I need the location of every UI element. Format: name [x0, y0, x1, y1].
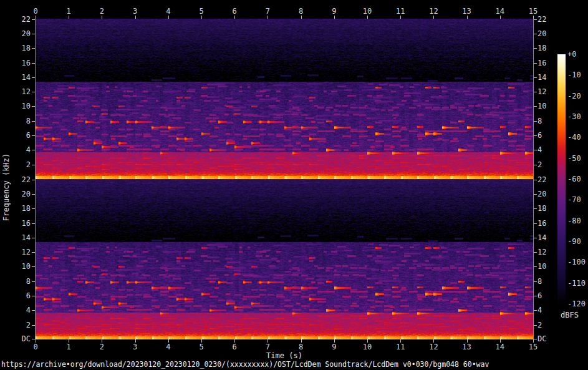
colorbar-tick-label: -40	[567, 133, 588, 142]
freq-tick-label: 20	[11, 29, 31, 38]
freq-tick	[534, 252, 537, 253]
freq-tick	[534, 223, 537, 224]
time-tick-label: 9	[326, 7, 342, 16]
freq-tick-label: 22	[11, 15, 31, 24]
time-tick-label: 8	[293, 7, 309, 16]
freq-tick-label: 14	[11, 73, 31, 82]
freq-tick-label: 12	[537, 87, 557, 96]
time-tick	[367, 16, 368, 19]
freq-tick	[32, 150, 35, 150]
colorbar-tick-label: -120	[567, 299, 588, 308]
freq-tick	[32, 296, 35, 296]
freq-tick	[534, 165, 537, 165]
time-tick-label: 5	[193, 343, 210, 351]
time-tick-label: 14	[492, 343, 508, 351]
freq-tick	[534, 106, 537, 107]
freq-tick-label: 14	[11, 233, 31, 242]
freq-tick-label: 18	[11, 204, 31, 213]
freq-tick	[32, 48, 35, 49]
freq-tick	[32, 19, 35, 20]
colorbar-tick-label: -90	[567, 237, 588, 246]
freq-tick	[534, 180, 537, 180]
spectrogram-canvas	[36, 19, 533, 339]
time-tick-label: 4	[160, 7, 176, 16]
freq-tick-label: 10	[11, 102, 31, 110]
freq-tick	[32, 325, 35, 326]
colorbar-tick-label: +0	[567, 50, 588, 59]
y-axis-line-left	[35, 19, 36, 339]
freq-tick	[534, 34, 537, 34]
colorbar-tick-label: -70	[567, 195, 588, 204]
colorbar-tick-label: -60	[567, 175, 588, 183]
colorbar-tick-label: -20	[567, 92, 588, 100]
freq-tick	[534, 48, 537, 49]
freq-tick-label: 20	[11, 190, 31, 198]
time-tick	[533, 16, 534, 19]
colorbar	[557, 54, 566, 304]
freq-tick-label: 16	[11, 219, 31, 228]
time-tick	[467, 16, 468, 19]
freq-tick	[534, 135, 537, 136]
time-tick-label: 1	[60, 343, 77, 351]
freq-tick	[534, 92, 537, 92]
time-tick	[301, 16, 302, 19]
time-tick-label: 6	[226, 343, 243, 351]
freq-tick-label: 6	[11, 291, 31, 300]
freq-tick	[32, 121, 35, 122]
time-tick	[201, 16, 202, 19]
freq-tick-label: 2	[537, 160, 557, 169]
time-tick	[334, 16, 335, 19]
time-tick	[69, 16, 69, 19]
freq-tick-label: 4	[537, 145, 557, 154]
freq-tick-label: 4	[11, 145, 31, 154]
freq-tick	[534, 238, 537, 238]
freq-tick	[32, 238, 35, 238]
freq-tick	[32, 252, 35, 253]
freq-tick-label: 10	[537, 262, 557, 271]
freq-tick-label: 16	[537, 219, 557, 228]
time-tick	[135, 16, 136, 19]
colorbar-tick-label: -30	[567, 112, 588, 121]
time-tick-label: 11	[392, 343, 408, 351]
time-tick	[168, 16, 169, 19]
freq-tick	[534, 121, 537, 122]
time-tick-label: 12	[425, 343, 441, 351]
freq-tick-label: 6	[537, 291, 557, 300]
time-tick-label: 12	[425, 7, 441, 16]
time-tick	[433, 16, 434, 19]
colorbar-tick-label: -100	[567, 258, 588, 266]
time-tick-label: 10	[359, 343, 375, 351]
freq-tick	[32, 339, 35, 339]
freq-tick-label: 18	[11, 44, 31, 52]
time-tick-label: 3	[127, 7, 143, 16]
freq-tick-label: 22	[537, 175, 557, 184]
freq-tick	[32, 208, 35, 209]
freq-tick-label: 6	[11, 131, 31, 140]
freq-tick-label: 22	[537, 15, 557, 24]
freq-tick	[534, 77, 537, 78]
time-tick	[102, 16, 102, 19]
freq-tick-label: 12	[11, 248, 31, 256]
freq-dc-label: DC	[11, 334, 31, 343]
freq-tick-label: 18	[537, 204, 557, 213]
frequency-axis-label: Frequency (kHz)	[2, 150, 11, 225]
colorbar-tick-label: -10	[567, 71, 588, 79]
freq-tick-label: 16	[537, 59, 557, 67]
freq-tick-label: 14	[537, 233, 557, 242]
freq-tick	[32, 106, 35, 107]
freq-tick-label: 8	[537, 277, 557, 286]
freq-tick	[534, 281, 537, 282]
freq-tick	[534, 296, 537, 296]
time-tick-label: 13	[459, 343, 475, 351]
freq-tick-label: 10	[11, 262, 31, 271]
freq-tick-label: 8	[11, 277, 31, 286]
time-tick-label: 8	[293, 343, 309, 351]
freq-tick	[32, 281, 35, 282]
colorbar-tick-label: -80	[567, 217, 588, 225]
colorbar-tick-label: -50	[567, 154, 588, 163]
freq-tick	[534, 325, 537, 326]
colorbar-tick-label: -110	[567, 279, 588, 288]
freq-tick-label: 10	[537, 102, 557, 110]
freq-tick	[32, 194, 35, 195]
freq-tick	[32, 63, 35, 64]
